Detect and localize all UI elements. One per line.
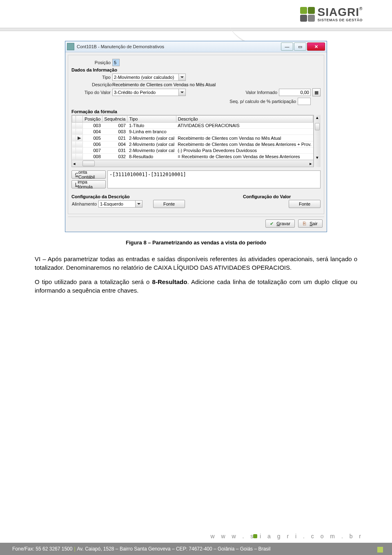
corner-square-icon bbox=[377, 547, 383, 553]
table-row[interactable]: 0080328-Resultado= Recebimento de Client… bbox=[72, 154, 313, 160]
chevron-down-icon[interactable] bbox=[178, 74, 185, 81]
descricao-value: Recebimento de Clientes com Vendas no Mê… bbox=[112, 82, 216, 87]
chevron-down-icon[interactable] bbox=[178, 89, 185, 96]
valor-informado-input[interactable] bbox=[279, 89, 311, 96]
brand-subtitle: SISTEMAS DE GESTÃO bbox=[317, 18, 363, 22]
tipo-label: Tipo bbox=[92, 75, 111, 80]
calculator-icon[interactable]: ▦ bbox=[312, 88, 321, 96]
window-title: Cont101B - Manutenção de Demonstrativos bbox=[77, 44, 281, 49]
alinhamento-label: Alinhamento bbox=[71, 201, 97, 206]
posicao-label: Posição bbox=[92, 60, 111, 65]
fonte-valor-button[interactable]: Fonte bbox=[289, 200, 321, 208]
table-row[interactable]: 0040039-Linha em branco bbox=[72, 129, 313, 135]
tipo-combo[interactable] bbox=[112, 74, 186, 81]
brand-logo: SIAGRI® SISTEMAS DE GESTÃO bbox=[300, 7, 363, 22]
horizontal-scrollbar[interactable]: ◂▸ bbox=[72, 160, 313, 167]
tipo-valor-combo[interactable] bbox=[112, 89, 186, 96]
table-row[interactable]: 0030071-TítuloATIVIDADES OPERACIONAIS bbox=[72, 123, 313, 129]
section-config-descricao: Configuração da Descrição bbox=[71, 194, 241, 199]
descricao-label: Descrição bbox=[92, 82, 111, 87]
paragraph-1: VI – Após parametrizar todas as entradas… bbox=[35, 255, 357, 272]
section-dados: Dados da Informação bbox=[71, 67, 321, 72]
fonte-descricao-button[interactable]: Fonte bbox=[153, 200, 185, 208]
alinhamento-combo[interactable] bbox=[98, 200, 143, 208]
sair-button[interactable]: Sair bbox=[298, 219, 323, 228]
maximize-button[interactable]: ▭ bbox=[294, 43, 306, 51]
table-row[interactable]: 0070312-Movimento (valor cal(-) Provisão… bbox=[72, 148, 313, 154]
paragraph-2: O tipo utilizado para a totalização será… bbox=[35, 278, 357, 295]
seq-participacao-label: Seq. p/ calculo de % participação bbox=[229, 99, 296, 104]
posicao-input[interactable] bbox=[112, 59, 120, 66]
chevron-down-icon[interactable] bbox=[135, 201, 142, 207]
formula-textarea[interactable]: -[3111010001]-[3112010001] bbox=[107, 170, 321, 188]
table-row[interactable]: ▶0050212-Movimento (valor calRecebimento… bbox=[72, 135, 313, 141]
app-window: Cont101B - Manutenção de Demonstrativos … bbox=[65, 41, 327, 232]
app-icon bbox=[67, 43, 74, 50]
page-footer: w w w . s i a g r i . c o m . b r Fone/F… bbox=[0, 534, 392, 555]
conta-contabil-button[interactable]: Conta Contábil bbox=[71, 170, 106, 179]
brand-wordmark: SIAGRI bbox=[317, 6, 359, 18]
section-config-valor: Configuração do Valor bbox=[243, 194, 321, 199]
check-icon bbox=[270, 221, 275, 226]
minimize-button[interactable]: — bbox=[281, 43, 293, 51]
figure-caption: Figura 8 – Parametrizando as vendas a vi… bbox=[35, 239, 357, 246]
window-titlebar[interactable]: Cont101B - Manutenção de Demonstrativos … bbox=[65, 41, 327, 52]
valor-informado-label: Valor Informado bbox=[246, 90, 277, 95]
gravar-button[interactable]: Gravar bbox=[265, 219, 295, 228]
logo-mark-icon bbox=[300, 7, 315, 22]
section-formula: Formação da fórmula bbox=[71, 109, 321, 114]
tipo-valor-label: Tipo do Valor bbox=[79, 90, 111, 95]
exit-icon bbox=[303, 221, 308, 226]
close-button[interactable]: ✕ bbox=[307, 43, 325, 51]
table-row[interactable]: 0060042-Movimento (valor calRecebimento … bbox=[72, 141, 313, 148]
footer-url: w w w . s i a g r i . c o m . b r bbox=[210, 533, 363, 539]
vertical-scrollbar[interactable]: ▴ ▾ bbox=[314, 115, 321, 167]
footer-band: Fone/Fax: 55 62 3267 1500|Av. Caiapó, 15… bbox=[0, 543, 392, 555]
formula-grid[interactable]: Posição Sequência Tipo Descrição 0030071… bbox=[71, 115, 314, 167]
limpa-formula-button[interactable]: Limpa fórmula bbox=[71, 180, 106, 188]
seq-participacao-input[interactable] bbox=[298, 98, 311, 105]
